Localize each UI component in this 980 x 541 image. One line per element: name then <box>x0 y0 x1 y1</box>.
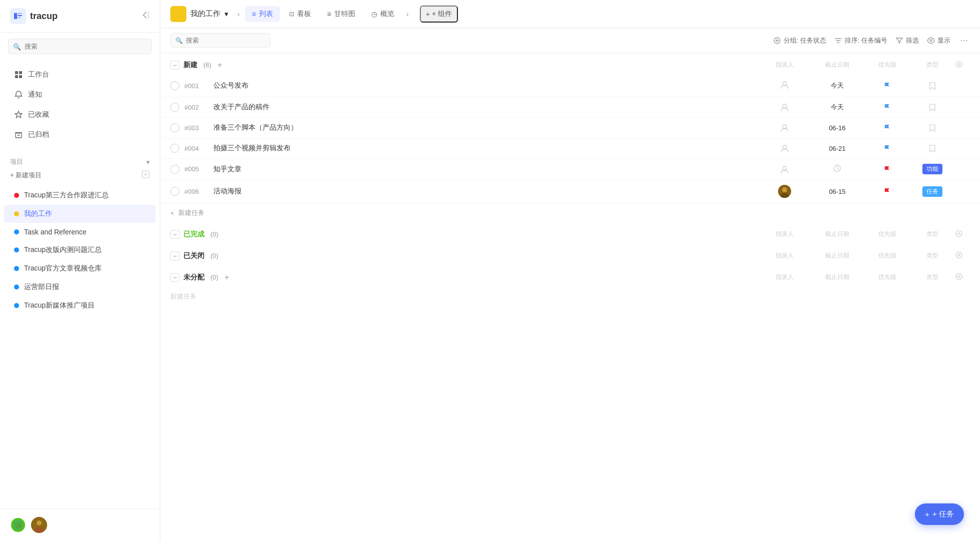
task-assignee <box>760 80 810 92</box>
project-label: Tracup官方文章视频仓库 <box>24 264 102 273</box>
project-item-tracup-media[interactable]: Tracup官方文章视频仓库 <box>4 259 156 278</box>
task-title: 准备三个脚本（产品方向） <box>213 123 760 132</box>
section-unassigned-add-button[interactable]: + <box>224 273 229 282</box>
section-new-collapse[interactable]: − <box>170 61 179 70</box>
task-checkbox[interactable] <box>170 123 179 132</box>
nav-next-button[interactable]: › <box>403 7 412 21</box>
project-item-tracup-beta[interactable]: Tracup改版内测问题汇总 <box>4 241 156 259</box>
task-assignee <box>760 123 810 133</box>
group-by-button[interactable]: 分组: 任务状态 <box>773 36 826 45</box>
sidebar-item-archived[interactable]: 已归档 <box>4 125 156 144</box>
project-label: Tracup第三方合作跟进汇总 <box>24 191 109 200</box>
project-label: Task and Reference <box>24 228 87 236</box>
sidebar-item-favorites[interactable]: 已收藏 <box>4 105 156 124</box>
table-row[interactable]: #004 拍摄三个视频并剪辑发布 06-21 <box>160 138 980 159</box>
col-header-add[interactable] <box>955 251 970 260</box>
workspace-title[interactable]: 我的工作 ▾ <box>190 9 228 19</box>
col-header-due: 截止日期 <box>810 230 865 238</box>
add-task-button[interactable]: + 新建任务 <box>160 203 980 222</box>
task-checkbox[interactable] <box>170 103 179 112</box>
toolbar-more-button[interactable]: ··· <box>958 35 970 46</box>
section-closed-collapse[interactable]: − <box>170 251 179 260</box>
tab-overview[interactable]: ◷ 概览 <box>364 6 401 22</box>
project-item-tracup-new-media[interactable]: Tracup新媒体推广项目 <box>4 297 156 315</box>
task-title: 拍摄三个视频并剪辑发布 <box>213 144 760 153</box>
task-checkbox[interactable] <box>170 187 179 196</box>
import-project-icon[interactable] <box>142 170 150 180</box>
section-closed-count: (0) <box>210 252 218 259</box>
task-id: #006 <box>184 188 209 195</box>
filter-button[interactable]: 筛选 <box>895 36 919 45</box>
task-title: 改关于产品的稿件 <box>213 103 760 112</box>
workspace-icon <box>14 70 23 79</box>
sidebar-collapse-button[interactable] <box>140 10 150 22</box>
project-item-my-work[interactable]: 我的工作 <box>4 205 156 223</box>
gantt-tab-icon: ≡ <box>327 10 331 18</box>
task-title: 知乎文章 <box>213 165 760 174</box>
col-header-add[interactable] <box>955 60 970 70</box>
nav-prev-button[interactable]: ‹ <box>234 7 243 21</box>
assignee-empty-icon <box>780 123 790 133</box>
tab-list[interactable]: ≡ 列表 <box>245 6 280 22</box>
col-header-priority: 优先级 <box>865 251 910 260</box>
section-unassigned: − 未分配 (0) + 指派人 截止日期 优先级 类型 新建任务 <box>160 265 980 306</box>
table-row[interactable]: #001 公众号发布 今天 <box>160 75 980 97</box>
section-unassigned-count: (0) <box>210 274 218 281</box>
col-header-add[interactable] <box>955 229 970 239</box>
sidebar-search-input[interactable] <box>8 39 152 54</box>
section-completed-name: 已完成 <box>183 230 204 239</box>
projects-collapse-icon[interactable]: ▾ <box>146 158 150 166</box>
section-completed-collapse[interactable]: − <box>170 230 179 239</box>
task-checkbox[interactable] <box>170 165 179 174</box>
task-due: 06-15 <box>810 188 865 195</box>
notifications-icon <box>14 90 23 99</box>
tab-gantt[interactable]: ≡ 甘特图 <box>320 6 362 22</box>
table-row[interactable]: #005 知乎文章 功能 <box>160 159 980 180</box>
projects-section-header: 项目 ▾ + 新建项目 <box>0 149 160 184</box>
col-header-assignee: 指派人 <box>760 230 810 238</box>
task-priority <box>865 187 910 196</box>
toolbar-search-input[interactable] <box>170 33 271 48</box>
task-assignee <box>760 164 810 174</box>
project-item-operations[interactable]: 运营部日报 <box>4 278 156 296</box>
type-badge-feature: 功能 <box>922 164 942 174</box>
toolbar: 🔍 分组: 任务状态 排序: 任务编号 筛选 显示 ··· <box>160 28 980 53</box>
create-task-fab[interactable]: + + 任务 <box>915 503 964 525</box>
add-component-button[interactable]: + + 组件 <box>420 6 458 23</box>
table-row[interactable]: #003 准备三个脚本（产品方向） 06-16 <box>160 118 980 138</box>
display-button[interactable]: 显示 <box>927 36 950 45</box>
user-avatar-2[interactable] <box>31 517 47 533</box>
add-project-button[interactable]: + 新建项目 <box>10 171 42 180</box>
section-closed: − 已关闭 (0) 指派人 截止日期 优先级 类型 <box>160 244 980 265</box>
section-unassigned-name: 未分配 <box>183 273 204 282</box>
col-header-assignee: 指派人 <box>760 61 810 69</box>
favorites-icon <box>14 110 23 119</box>
sort-button[interactable]: 排序: 任务编号 <box>834 36 887 45</box>
section-new-add-button[interactable]: + <box>217 61 222 70</box>
table-row[interactable]: #006 活动海报 06-15 任务 <box>160 180 980 203</box>
task-content: − 新建 (6) + 指派人 截止日期 优先级 类型 #001 公众号发 <box>160 53 980 541</box>
task-checkbox[interactable] <box>170 144 179 153</box>
flag-red-icon <box>883 165 892 174</box>
type-badge-task: 任务 <box>922 186 942 197</box>
project-item-task-reference[interactable]: Task and Reference <box>4 223 156 240</box>
sidebar-item-workspace[interactable]: 工作台 <box>4 65 156 84</box>
tab-kanban[interactable]: ⊡ 看板 <box>282 6 318 22</box>
add-component-icon: + <box>426 10 430 18</box>
task-assignee <box>760 185 810 198</box>
svg-rect-1 <box>15 71 18 74</box>
section-unassigned-collapse[interactable]: − <box>170 273 179 282</box>
project-item-tracup-third-party[interactable]: Tracup第三方合作跟进汇总 <box>4 186 156 204</box>
sidebar-item-notifications[interactable]: 通知 <box>4 85 156 104</box>
col-header-add[interactable] <box>955 273 970 282</box>
project-dot <box>14 303 19 308</box>
section-completed-header: − 已完成 (0) 指派人 截止日期 优先级 类型 <box>160 222 980 244</box>
user-avatar-1[interactable]: 🌿 <box>10 517 26 533</box>
svg-rect-5 <box>15 132 22 134</box>
section-new: − 新建 (6) + 指派人 截止日期 优先级 类型 #001 公众号发 <box>160 53 980 222</box>
section-closed-header: − 已关闭 (0) 指派人 截止日期 优先级 类型 <box>160 244 980 265</box>
table-row[interactable]: #002 改关于产品的稿件 今天 <box>160 97 980 118</box>
task-checkbox[interactable] <box>170 81 179 90</box>
project-label: 我的工作 <box>24 209 52 218</box>
assignee-empty-icon <box>780 143 790 153</box>
